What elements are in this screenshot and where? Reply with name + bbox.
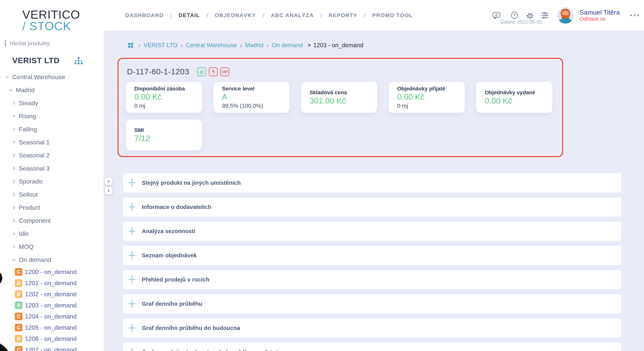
chevron-right-icon[interactable] bbox=[12, 192, 16, 197]
tree-item-sporadic[interactable]: Sporadic bbox=[0, 175, 104, 188]
apps-grid-icon[interactable] bbox=[128, 42, 134, 48]
section-informace-o-dodavatelich[interactable]: Informace o dodavatelích bbox=[123, 197, 621, 217]
sidebar-collapse-button[interactable] bbox=[105, 187, 112, 194]
product-stats-panel: D-117-60-1-1203 S OP Disponibilní z bbox=[118, 58, 563, 157]
plus-icon[interactable] bbox=[129, 299, 135, 308]
tree-item-label: MOQ bbox=[19, 243, 34, 250]
product-item-1203[interactable]: A 1203 - on_demand bbox=[0, 300, 104, 311]
sidebar-expand-button[interactable] bbox=[105, 178, 112, 185]
tree-item-falling[interactable]: Falling bbox=[0, 123, 104, 136]
notifications-icon[interactable]: 0 bbox=[492, 11, 501, 20]
stat-value: 7/12 bbox=[134, 134, 202, 143]
product-item-1206[interactable]: B 1206 - on_demand bbox=[0, 333, 104, 344]
chevron-right-icon[interactable] bbox=[12, 140, 16, 145]
section-title: Seznam objednávek bbox=[142, 252, 197, 259]
tree-item-seasonal-3[interactable]: Seasonal 3 bbox=[0, 162, 104, 175]
nav-detail[interactable]: DETAIL bbox=[178, 12, 200, 18]
section-analyza-sezonnosti[interactable]: Analýza sezonnosti bbox=[123, 222, 621, 241]
chevron-down-icon[interactable] bbox=[12, 258, 16, 262]
tree-item-central-warehouse[interactable]: Central Warehouse bbox=[0, 70, 104, 83]
more-options-icon[interactable] bbox=[630, 14, 639, 16]
nav-promo-tool[interactable]: PROMO TOOL bbox=[372, 12, 413, 18]
section-graf-prodeje-zasoby[interactable]: Graf s prodeji, zásobami a předpovědí v … bbox=[123, 343, 621, 351]
tree-item-label: Component bbox=[19, 217, 50, 224]
chevron-right-icon[interactable] bbox=[12, 101, 16, 105]
nav-separator: / bbox=[170, 12, 172, 19]
product-item-1205[interactable]: C 1205 - on_demand bbox=[0, 322, 104, 333]
chevron-right-icon[interactable] bbox=[12, 218, 16, 223]
section-title: Graf denního průběhu do budoucna bbox=[142, 325, 240, 331]
abc-grade-badge: B bbox=[15, 335, 22, 343]
chevron-right-icon[interactable] bbox=[12, 179, 16, 184]
section-prehled-prodeju[interactable]: Přehled prodejů v rocích bbox=[123, 270, 621, 289]
tree-item-seasonal-2[interactable]: Seasonal 2 bbox=[0, 149, 104, 162]
chevron-right-icon[interactable] bbox=[12, 244, 16, 249]
plus-icon[interactable] bbox=[129, 348, 135, 351]
chevron-right-icon[interactable] bbox=[12, 231, 16, 236]
tree-item-idle[interactable]: Idle bbox=[0, 227, 104, 240]
tree-item-madrid[interactable]: Madrid bbox=[0, 83, 104, 97]
hierarchy-icon[interactable] bbox=[74, 57, 83, 64]
stat-label: SMI bbox=[134, 127, 202, 133]
product-item-1204[interactable]: C 1204 - on_demand bbox=[0, 311, 104, 322]
user-name[interactable]: Samuel Titěra bbox=[580, 9, 620, 16]
tree-item-moq[interactable]: MOQ bbox=[0, 240, 104, 253]
nav-separator: / bbox=[364, 12, 366, 19]
product-item-label: 1200 - on_demand bbox=[25, 269, 77, 276]
section-stejny-produkt[interactable]: Stejný produkt na jiných umístěních bbox=[123, 173, 621, 192]
stat-cards: Disponibilní zásoba 0.00 Kč 0 mj Service… bbox=[126, 82, 555, 150]
plus-icon[interactable] bbox=[129, 275, 135, 284]
nav-objednavky[interactable]: OBJEDNÁVKY bbox=[215, 12, 256, 18]
tree-item-product[interactable]: Product bbox=[0, 201, 104, 214]
stat-sub-value: 0 mj bbox=[397, 102, 465, 109]
section-seznam-objednavek[interactable]: Seznam objednávek bbox=[123, 246, 621, 265]
chevron-down-icon[interactable] bbox=[8, 88, 13, 92]
abc-grade-badge: C bbox=[15, 324, 22, 332]
product-item-1201[interactable]: B 1201 - on_demand bbox=[0, 278, 104, 289]
section-title: Graf s prodeji, zásobami a předpovědí v … bbox=[142, 349, 278, 351]
product-item-label: 1205 - on_demand bbox=[25, 324, 77, 331]
chevron-right-icon[interactable] bbox=[12, 114, 16, 118]
product-item-1202[interactable]: B 1202 - on_demand bbox=[0, 289, 104, 300]
plus-icon[interactable] bbox=[129, 227, 135, 236]
svg-text:?: ? bbox=[513, 13, 516, 18]
plus-icon[interactable] bbox=[129, 203, 135, 211]
settings-sliders-icon[interactable] bbox=[540, 11, 550, 20]
chevron-right-icon[interactable] bbox=[12, 153, 16, 158]
chevron-right-icon[interactable] bbox=[12, 127, 16, 131]
stat-label: Objednávky přijaté bbox=[397, 86, 465, 92]
stat-label: Service level bbox=[222, 86, 290, 92]
logout-link[interactable]: Odhlásit se bbox=[580, 16, 620, 22]
nav-abc-analyza[interactable]: ABC ANALÝZA bbox=[271, 12, 314, 18]
chevron-right-icon[interactable] bbox=[12, 205, 16, 210]
tree-item-steady[interactable]: Steady bbox=[0, 97, 104, 110]
product-item-label: 1204 - on_demand bbox=[25, 313, 77, 320]
plus-icon[interactable] bbox=[129, 251, 135, 260]
section-graf-do-budoucna[interactable]: Graf denního průběhu do budoucna bbox=[123, 318, 621, 338]
user-avatar[interactable] bbox=[557, 7, 574, 24]
help-icon[interactable]: ? bbox=[510, 11, 519, 19]
product-item-1207[interactable]: C 1207 - on_demand bbox=[0, 344, 104, 351]
nav-reporty[interactable]: REPORTY bbox=[329, 12, 357, 18]
breadcrumb-link-category[interactable]: On demand bbox=[272, 42, 303, 49]
tree-item-on-demand[interactable]: On demand bbox=[0, 253, 104, 266]
product-item-1200[interactable]: C 1200 - on_demand bbox=[0, 266, 104, 278]
product-search bbox=[5, 40, 104, 47]
plus-icon[interactable] bbox=[129, 324, 135, 332]
tree-item-label: Sporadic bbox=[19, 178, 43, 185]
chevron-down-icon[interactable] bbox=[5, 75, 10, 79]
tree-item-component[interactable]: Component bbox=[0, 214, 104, 227]
bug-report-icon[interactable] bbox=[526, 11, 534, 20]
section-graf-denniho-prubehu[interactable]: Graf denního průběhu bbox=[123, 294, 621, 313]
nav-dashboard[interactable]: DASHBOARD bbox=[125, 12, 164, 18]
tree-item-rising[interactable]: Rising bbox=[0, 110, 104, 123]
tree-item-seasonal-1[interactable]: Seasonal 1 bbox=[0, 136, 104, 149]
breadcrumb-link-city[interactable]: Madrid bbox=[245, 42, 264, 49]
chevron-right-icon[interactable] bbox=[12, 166, 16, 171]
breadcrumb-link-company[interactable]: VERIST LTD bbox=[144, 42, 177, 49]
tree-item-sellout[interactable]: Sellout bbox=[0, 188, 104, 201]
search-input[interactable] bbox=[9, 40, 82, 47]
breadcrumb-link-warehouse[interactable]: Central Warehouse bbox=[186, 42, 237, 49]
abc-grade-badge: A bbox=[15, 302, 22, 309]
plus-icon[interactable] bbox=[129, 178, 135, 187]
